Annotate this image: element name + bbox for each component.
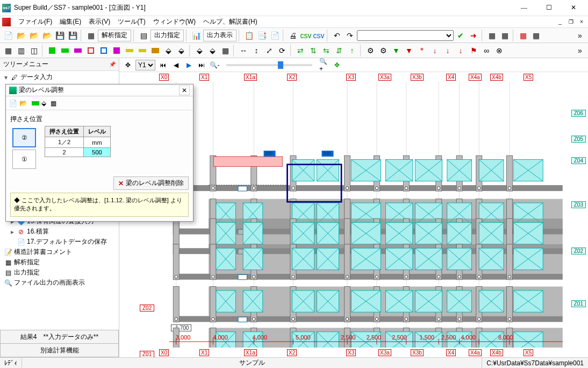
dialog-titlebar[interactable]: 梁のレベル調整 ✕ <box>6 84 193 96</box>
p10-icon[interactable]: ⬙ <box>162 45 174 56</box>
open2-icon[interactable]: 📂 <box>28 30 40 41</box>
menu-file[interactable]: ファイル(F) <box>15 16 55 27</box>
d-tb3-icon[interactable] <box>32 101 39 105</box>
history-combo[interactable] <box>357 30 454 41</box>
p13-icon[interactable]: ⬙ <box>206 45 218 56</box>
new-icon[interactable]: 📄 <box>2 30 14 41</box>
last-icon[interactable]: ⏭ <box>196 60 207 70</box>
tree-item[interactable]: ファイル出力の画面表示 <box>14 278 85 287</box>
level-dialog[interactable]: 梁のレベル調整 ✕ 📄 📂 ⬙ ▦ 押さえ位置 ② ① 押さえ位置レベル 1／2… <box>5 84 193 222</box>
view-plan-icon[interactable]: ▦ <box>2 45 14 56</box>
frame-combo[interactable]: Y1 <box>135 60 155 70</box>
d-tb1-icon[interactable]: 📄 <box>9 100 17 107</box>
p4-icon[interactable] <box>85 45 97 56</box>
c4-icon[interactable]: ⇵ <box>333 45 345 56</box>
p7-icon[interactable] <box>124 45 135 56</box>
mdi-restore-icon[interactable]: ❐ <box>567 18 575 26</box>
grid1-icon[interactable]: ▦ <box>486 30 498 41</box>
m3-icon[interactable]: ⤢ <box>263 45 275 56</box>
option-1[interactable]: ① <box>12 150 36 169</box>
print-icon[interactable]: 🖨 <box>287 30 299 41</box>
output-view-button[interactable]: 出力表示 <box>203 30 236 41</box>
s9-icon[interactable]: ⚑ <box>468 45 479 56</box>
s6-icon[interactable]: ↓ <box>429 45 441 56</box>
more-icon[interactable]: » <box>574 30 586 41</box>
level-table[interactable]: 押さえ位置レベル 1／2mm 2500 <box>45 126 111 157</box>
csv-icon[interactable]: csv <box>300 30 312 41</box>
p2-icon[interactable] <box>59 45 71 56</box>
d-tb4-icon[interactable]: ⬙ <box>41 100 46 107</box>
s1-icon[interactable]: ⚙ <box>364 45 376 56</box>
saveall-icon[interactable]: 💾 <box>67 30 78 41</box>
pin-icon[interactable]: 📌 <box>109 61 116 67</box>
c1-icon[interactable]: ⇄ <box>295 45 306 56</box>
undo-icon[interactable]: ↶ <box>331 30 343 41</box>
p8-icon[interactable] <box>137 45 148 56</box>
s3-icon[interactable]: ▼ <box>390 45 402 56</box>
menu-help[interactable]: ヘルプ、解説書(H) <box>200 16 261 27</box>
view-3d-icon[interactable]: ◫ <box>28 45 40 56</box>
csv2-icon[interactable]: csv <box>313 30 325 41</box>
s8-icon[interactable]: ↓ <box>455 45 467 56</box>
p1-icon[interactable] <box>46 45 58 56</box>
analysis-button[interactable]: 解析指定 <box>98 30 131 41</box>
minimize-button[interactable]: — <box>512 0 536 16</box>
open3-icon[interactable]: 📂 <box>41 30 53 41</box>
s4-icon[interactable]: ▼ <box>403 45 415 56</box>
m2-icon[interactable]: ↕ <box>250 45 262 56</box>
zoom-slider[interactable] <box>226 64 312 66</box>
output-icon[interactable]: ▤ <box>138 30 149 41</box>
p11-icon[interactable]: ⬙ <box>175 45 187 56</box>
analysis-icon[interactable]: ▦ <box>85 30 97 41</box>
grid4-icon[interactable]: ▦ <box>530 30 542 41</box>
first-icon[interactable]: ⏮ <box>157 60 168 70</box>
twisty-icon[interactable]: ▾ <box>3 74 9 81</box>
s7-icon[interactable]: ↓ <box>442 45 454 56</box>
tree-item[interactable]: 17.デフォルトデータの保存 <box>27 237 107 246</box>
m1-icon[interactable]: ↔ <box>238 45 249 56</box>
open-icon[interactable]: 📂 <box>15 30 27 41</box>
menu-tool[interactable]: ツール(T) <box>114 16 148 27</box>
tree-item[interactable]: 構造計算書コメント <box>14 247 72 257</box>
d-tb5-icon[interactable]: ▦ <box>51 100 56 107</box>
menu-window[interactable]: ウィンドウ(W) <box>150 16 199 27</box>
s10-icon[interactable]: ∞ <box>481 45 492 56</box>
maximize-button[interactable]: ☐ <box>536 0 561 16</box>
tree-root[interactable]: データ入力 <box>20 73 53 82</box>
next-icon[interactable]: ▶ <box>183 60 194 70</box>
tree-item[interactable]: 解析指定 <box>14 258 40 267</box>
option-2[interactable]: ② <box>12 128 36 147</box>
extra-calc-button[interactable]: 別途計算機能 <box>0 343 119 357</box>
c5-icon[interactable]: ↑ <box>346 45 358 56</box>
grid2-icon[interactable]: ▦ <box>499 30 511 41</box>
mdi-minimize-icon[interactable]: _ <box>556 18 564 26</box>
tool-c-icon[interactable]: 📄 <box>269 30 281 41</box>
s5-icon[interactable]: ＊ <box>416 45 428 56</box>
p14-icon[interactable]: ▦ <box>219 45 231 56</box>
ok-icon[interactable]: ✔ <box>455 30 467 41</box>
prev-icon[interactable]: ◀ <box>170 60 181 70</box>
zoom-in-icon[interactable]: 🔍+ <box>319 60 329 70</box>
menu-edit[interactable]: 編集(E) <box>56 16 84 27</box>
p5-icon[interactable] <box>98 45 110 56</box>
tool-b-icon[interactable]: 📑 <box>256 30 268 41</box>
mdi-close-icon[interactable]: × <box>577 18 586 26</box>
arrow-icon[interactable]: ➜ <box>468 30 479 41</box>
zoom-out-icon[interactable]: 🔍- <box>209 60 220 70</box>
p9-icon[interactable] <box>149 45 161 56</box>
dialog-close-icon[interactable]: ✕ <box>179 86 190 95</box>
p12-icon[interactable]: ⬙ <box>193 45 205 56</box>
pick-icon[interactable]: ✥ <box>123 60 133 70</box>
p3-icon[interactable] <box>72 45 84 56</box>
tool-a-icon[interactable]: 📋 <box>243 30 255 41</box>
menu-view[interactable]: 表示(V) <box>85 16 113 27</box>
d-tb2-icon[interactable]: 📂 <box>19 100 27 107</box>
pan-icon[interactable]: ✥ <box>332 60 342 70</box>
more2-icon[interactable]: » <box>574 45 586 56</box>
output-button[interactable]: 出力指定 <box>150 30 184 41</box>
s2-icon[interactable]: ⚙ <box>377 45 389 56</box>
m4-icon[interactable]: ⟳ <box>276 45 288 56</box>
tree-item[interactable]: 16.積算 <box>27 227 49 236</box>
tree-item[interactable]: 出力指定 <box>14 268 40 277</box>
redo-icon[interactable]: ↷ <box>344 30 356 41</box>
